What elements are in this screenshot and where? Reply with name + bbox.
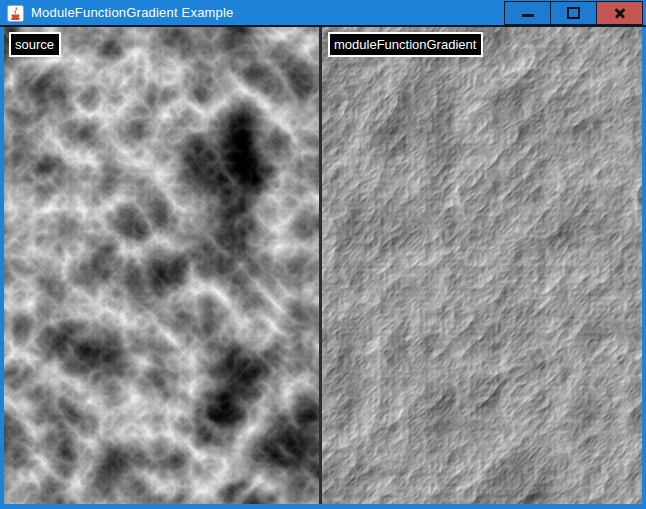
image-panels: source moduleFunctionGradient <box>4 27 642 504</box>
source-label: source <box>9 32 61 57</box>
gradient-label: moduleFunctionGradient <box>328 32 483 57</box>
gradient-pane: moduleFunctionGradient <box>322 27 642 504</box>
maximize-button[interactable] <box>550 1 597 25</box>
gradient-noise-image <box>322 27 642 504</box>
source-noise-image <box>4 27 319 504</box>
minimize-button[interactable] <box>504 1 551 25</box>
titlebar[interactable]: ModuleFunctionGradient Example <box>0 0 646 27</box>
window-controls <box>505 1 643 25</box>
app-window: ModuleFunctionGradient Example source mo… <box>0 0 646 509</box>
window-title: ModuleFunctionGradient Example <box>31 0 234 25</box>
minimize-icon <box>522 14 534 17</box>
close-button[interactable] <box>596 1 643 25</box>
java-coffee-cup-icon <box>7 5 24 22</box>
close-icon <box>614 7 626 19</box>
source-pane: source <box>4 27 319 504</box>
maximize-icon <box>567 7 580 19</box>
